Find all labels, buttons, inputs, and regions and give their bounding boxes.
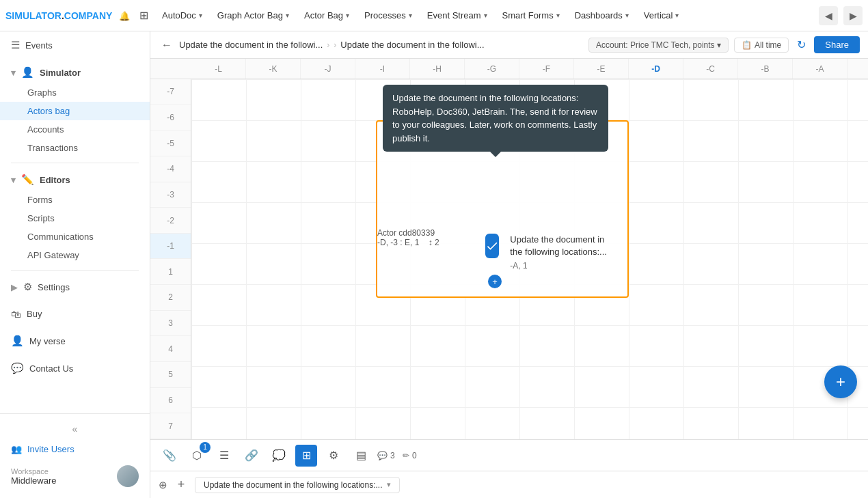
grid-button[interactable]: ⊞ [295,445,317,467]
message-icon: ▤ [356,449,366,462]
col-header: -G [465,59,519,79]
card-task-row: Update the document in the following loc… [485,234,619,271]
chevron-down-icon: ▾ [484,12,487,19]
nav-event-stream[interactable]: Event Stream ▾ [420,6,494,25]
layer-icon: ⊕ [159,479,167,491]
col-header: -F [519,59,574,79]
row-num: -4 [150,156,191,182]
network-badge: 1 [200,442,211,453]
row-num: 7 [150,413,191,439]
logo: SIMULATOR.COMPANY 🔔 [5,10,130,21]
row-num: 3 [150,311,191,337]
task-icon [485,234,499,258]
row-num: -7 [150,79,191,105]
refresh-button[interactable]: ↻ [794,36,809,54]
chevron-down-icon: ▾ [199,12,202,19]
sidebar-item-graphs[interactable]: Graphs [0,83,150,102]
sidebar-item-transactions[interactable]: Transactions [0,139,150,157]
breadcrumb-separator: › [327,40,329,50]
sidebar-item-settings[interactable]: ▶ ⚙ Settings [0,276,150,298]
sidebar-item-accounts[interactable]: Accounts [0,120,150,139]
sidebar-item-forms[interactable]: Forms [0,191,150,209]
chevron-down-icon: ▾ [675,12,679,19]
sidebar-section-simulator: ▾ 👤 Simulator Graphs Actors bag Accounts… [0,59,150,160]
editors-icon: ✏️ [21,174,34,186]
share-button[interactable]: Share [814,36,860,53]
col-header: -J [301,59,355,79]
time-badge[interactable]: 📋 All time [734,38,789,53]
nav-right: ◀ ▶ [819,6,863,25]
sidebar-item-my-verse[interactable]: 👤 My verse [0,330,150,352]
sidebar-section-contact: 💬 Contact Us [0,355,150,382]
chevron-down-icon: ▾ [625,12,629,19]
attachment-button[interactable]: 📎 [159,445,180,467]
sidebar-item-scripts[interactable]: Scripts [0,209,150,227]
message-button[interactable]: ▤ [350,445,372,467]
sidebar-item-contact-us[interactable]: 💬 Contact Us [0,357,150,379]
nav-arrow-right[interactable]: ▶ [843,6,863,25]
sidebar-item-actors-bag[interactable]: Actors bag [0,102,150,120]
back-button[interactable]: ← [159,36,175,54]
gear-icon: ⚙ [329,449,338,462]
col-header: -I [355,59,410,79]
row-num: -1 [150,234,191,260]
list-button[interactable]: ☰ [213,445,235,467]
chevron-down-icon: ▾ [556,12,560,19]
network-button[interactable]: ⬡ 1 [186,445,208,467]
grid-icon: ⊞ [302,449,311,462]
comment-icon: 💬 [377,451,388,460]
col-header-active: -D [629,59,683,79]
nav-arrow-left[interactable]: ◀ [819,6,838,25]
nav-processes[interactable]: Processes ▾ [357,6,419,25]
col-header: -E [574,59,629,79]
bottom-toolbar: 📎 ⬡ 1 ☰ 🔗 💭 ⊞ ⚙ ▤ [150,439,868,471]
actor-info: Actor cdd80339 -D, -3 : E, 1 ↕ 2 [377,228,439,247]
sidebar-item-editors[interactable]: ▾ ✏️ Editors [0,169,150,191]
nav-vertical[interactable]: Vertical ▾ [637,6,686,25]
sidebar-collapse-btn[interactable]: « [0,419,150,439]
grid-cells[interactable]: Actor cdd80339 -D, -3 : E, 1 ↕ 2 Update … [191,79,868,439]
chat-button[interactable]: 💭 [268,445,290,467]
strip-tag[interactable]: Update the document in the following loc… [195,477,400,493]
sidebar-divider [11,163,139,163]
sidebar-item-buy[interactable]: 🛍 Buy [0,303,150,324]
sidebar-item-events[interactable]: ☰ Events [0,34,150,56]
nav-autodoc[interactable]: AutoDoc ▾ [155,6,209,25]
document-icon: 📋 [742,40,752,50]
workspace-avatar [117,465,139,487]
column-headers: -L -K -J -I -H -G -F -E -D -C -B -A A B … [150,59,868,79]
nav-dashboards[interactable]: Dashboards ▾ [568,6,636,25]
sidebar-section-myverse: 👤 My verse [0,327,150,355]
chat-icon: 💭 [272,449,286,462]
settings-button[interactable]: ⚙ [323,445,344,467]
invite-users-btn[interactable]: 👥 Invite Users [0,439,150,460]
attachment-icon: 📎 [163,449,176,462]
stack-icon: ⊞ [139,9,148,22]
col-header: A [847,59,868,79]
row-num: 2 [150,285,191,311]
content-area: ← Update the document in the followi... … [150,31,868,498]
fab-button[interactable]: + [824,365,857,398]
nav-actor-bag[interactable]: Actor Bag ▾ [297,6,356,25]
row-num: 1 [150,259,191,285]
breadcrumb-item-1: Update the document in the followi... [179,40,323,50]
sidebar-item-communications[interactable]: Communications [0,227,150,246]
account-badge[interactable]: Account: Price TMC Tech, points ▾ [588,38,729,53]
contact-icon: 💬 [11,362,24,374]
chevron-down-icon: ▾ [387,480,391,489]
row-num: -2 [150,208,191,234]
sidebar-item-api-gateway[interactable]: API Gateway [0,246,150,264]
add-layer-button[interactable]: + [173,477,189,493]
sidebar-bottom: « 👥 Invite Users Workspace Middleware [0,413,150,498]
row-num: 4 [150,336,191,362]
row-num: -5 [150,130,191,156]
col-header: -K [246,59,301,79]
actor-tooltip: Update the document in the following loc… [383,85,608,152]
sidebar-item-simulator[interactable]: ▾ 👤 Simulator [0,61,150,83]
sidebar: ☰ Events ▾ 👤 Simulator Graphs Actors bag… [0,31,150,498]
nav-graph-actor-bag[interactable]: Graph Actor Bag ▾ [211,6,296,25]
link-button[interactable]: 🔗 [241,445,262,467]
nav-smart-forms[interactable]: Smart Forms ▾ [496,6,567,25]
edit-icon: ✏ [403,451,409,460]
invite-icon: 👥 [11,444,22,454]
